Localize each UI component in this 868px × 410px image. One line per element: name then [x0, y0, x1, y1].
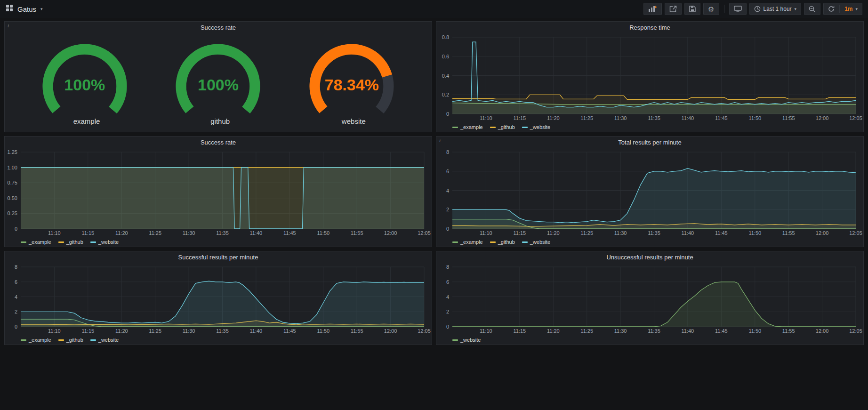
- legend-label[interactable]: _website: [98, 239, 119, 245]
- svg-text:0.4: 0.4: [442, 73, 449, 79]
- navbar-left: Gatus ▾: [6, 4, 43, 14]
- svg-text:11:20: 11:20: [547, 328, 560, 334]
- grafana-dashboard: Gatus ▾ ⚙: [0, 0, 868, 410]
- gauge-label: _example: [69, 117, 100, 125]
- legend-label[interactable]: _example: [460, 239, 483, 245]
- panel-title[interactable]: Successful results per minute: [5, 251, 432, 263]
- svg-text:11:40: 11:40: [250, 230, 263, 236]
- svg-text:12:05: 12:05: [849, 115, 862, 121]
- svg-text:2: 2: [446, 207, 449, 212]
- add-panel-button[interactable]: [643, 3, 662, 15]
- share-button[interactable]: [665, 3, 682, 15]
- legend-label[interactable]: _website: [460, 337, 481, 343]
- panel-title[interactable]: Success rate: [5, 137, 432, 148]
- legend-color-dash: [90, 339, 96, 341]
- legend-label[interactable]: _website: [98, 337, 119, 343]
- legend-item[interactable]: _github: [490, 239, 515, 245]
- svg-text:11:15: 11:15: [81, 328, 94, 334]
- legend-color-dash: [21, 339, 26, 341]
- svg-text:11:50: 11:50: [748, 115, 761, 121]
- dashboard-grid-icon[interactable]: [6, 4, 13, 14]
- gauge-example: 100% _example: [39, 40, 131, 125]
- settings-button[interactable]: ⚙: [703, 3, 719, 15]
- legend-color-dash: [490, 127, 496, 128]
- dashboard-title[interactable]: Gatus: [17, 5, 36, 13]
- panel-title[interactable]: Response time: [436, 22, 863, 33]
- legend-item[interactable]: _website: [452, 337, 481, 343]
- legend-label[interactable]: _github: [66, 337, 83, 343]
- save-button[interactable]: [684, 3, 700, 15]
- gauge-arc: 78.34%: [305, 40, 398, 116]
- svg-text:11:25: 11:25: [580, 328, 593, 334]
- legend-item[interactable]: _example: [21, 239, 51, 245]
- legend-label[interactable]: _github: [498, 124, 515, 130]
- chart-canvas-successful-results[interactable]: 0246811:1011:1511:2011:2511:3011:3511:40…: [5, 263, 432, 335]
- info-icon[interactable]: i: [439, 137, 441, 143]
- svg-text:11:35: 11:35: [216, 230, 229, 236]
- legend-item[interactable]: _website: [90, 239, 119, 245]
- legend-item[interactable]: _github: [58, 337, 83, 343]
- panel-title[interactable]: Unsuccessful results per minute: [436, 251, 863, 263]
- panel-title[interactable]: Total results per minute: [436, 137, 863, 148]
- legend-item[interactable]: _website: [90, 337, 119, 343]
- svg-text:11:55: 11:55: [782, 328, 795, 334]
- navbar: Gatus ▾ ⚙: [0, 0, 868, 18]
- add-panel-icon: [648, 6, 657, 12]
- legend-label[interactable]: _website: [530, 239, 550, 245]
- legend-item[interactable]: _example: [21, 337, 51, 343]
- legend-item[interactable]: _example: [452, 124, 483, 130]
- legend-item[interactable]: _website: [522, 124, 550, 130]
- time-range-button[interactable]: Last 1 hour ▾: [749, 3, 802, 15]
- svg-text:11:25: 11:25: [149, 328, 161, 334]
- panel-title[interactable]: Success rate: [5, 22, 432, 33]
- svg-text:11:50: 11:50: [748, 328, 761, 334]
- chart-canvas-response-time[interactable]: 00.20.40.60.811:1011:1511:2011:2511:3011…: [436, 33, 863, 122]
- chart-canvas-total-results[interactable]: 0246811:1011:1511:2011:2511:3011:3511:40…: [436, 148, 863, 237]
- svg-text:11:30: 11:30: [614, 115, 627, 121]
- svg-text:0.6: 0.6: [442, 54, 449, 59]
- legend-item[interactable]: _website: [522, 239, 550, 245]
- legend-item[interactable]: _example: [452, 239, 483, 245]
- legend-item[interactable]: _github: [58, 239, 83, 245]
- gauge-github: 100% _github: [172, 40, 264, 125]
- svg-text:0.2: 0.2: [442, 92, 449, 97]
- svg-text:11:15: 11:15: [81, 230, 94, 236]
- legend-label[interactable]: _github: [66, 239, 83, 245]
- legend-item[interactable]: _github: [490, 124, 515, 130]
- refresh-interval-label[interactable]: 1m: [844, 6, 852, 12]
- svg-text:4: 4: [446, 188, 449, 193]
- svg-text:11:20: 11:20: [115, 328, 128, 334]
- legend-color-dash: [452, 127, 458, 128]
- refresh-button[interactable]: 1m ▾: [823, 3, 862, 15]
- panel-response-time: Response time 00.20.40.60.811:1011:1511:…: [436, 21, 864, 132]
- gauge-arc: 100%: [172, 40, 264, 116]
- svg-text:12:05: 12:05: [418, 230, 431, 236]
- svg-text:0.25: 0.25: [8, 210, 17, 216]
- svg-text:0.75: 0.75: [8, 180, 17, 185]
- legend-label[interactable]: _website: [530, 124, 550, 130]
- chart-legend: _example_github_website: [436, 122, 863, 132]
- legend-label[interactable]: _example: [460, 124, 483, 130]
- svg-text:11:45: 11:45: [715, 230, 728, 236]
- svg-text:4: 4: [446, 294, 449, 300]
- svg-text:11:50: 11:50: [317, 328, 330, 334]
- caret-down-icon[interactable]: ▾: [40, 7, 43, 11]
- legend-label[interactable]: _example: [29, 337, 51, 343]
- svg-text:8: 8: [446, 264, 449, 270]
- legend-color-dash: [522, 127, 528, 128]
- chart-canvas-success-rate[interactable]: 00.250.500.751.001.2511:1011:1511:2011:2…: [5, 148, 432, 237]
- legend-label[interactable]: _github: [498, 239, 515, 245]
- svg-text:12:00: 12:00: [384, 230, 397, 236]
- zoom-out-button[interactable]: [804, 3, 820, 15]
- info-icon[interactable]: i: [8, 23, 9, 28]
- panel-success-rate-series: Success rate 00.250.500.751.001.2511:101…: [4, 136, 432, 247]
- chart-canvas-unsuccessful-results[interactable]: 0246811:1011:1511:2011:2511:3011:3511:40…: [436, 263, 863, 335]
- panel-unsuccessful-results: Unsuccessful results per minute 0246811:…: [436, 251, 864, 345]
- svg-text:11:45: 11:45: [283, 328, 296, 334]
- svg-text:0: 0: [15, 324, 17, 330]
- dashboard-grid: i Success rate 100% _example 100% _githu…: [0, 18, 868, 348]
- svg-text:0: 0: [446, 111, 449, 117]
- legend-label[interactable]: _example: [29, 239, 51, 245]
- zoom-out-icon: [809, 6, 816, 13]
- tv-mode-button[interactable]: [729, 3, 747, 15]
